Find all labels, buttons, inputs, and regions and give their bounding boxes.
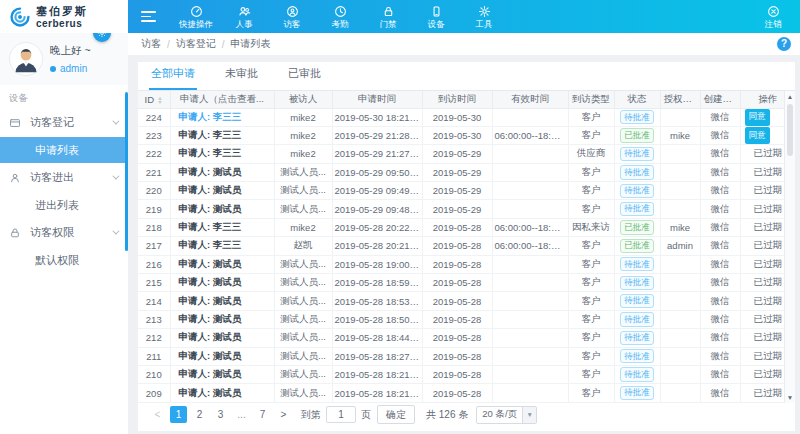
cell-id: 220	[138, 182, 170, 200]
cell-applicant[interactable]: 申请人: 测试员	[170, 182, 274, 200]
cell-id: 209	[138, 384, 170, 402]
column-header-6[interactable]: 有效时间	[492, 91, 568, 108]
avatar[interactable]	[9, 42, 43, 76]
cell-create-method: 微信	[700, 310, 740, 328]
column-header-5[interactable]: 到访时间	[422, 91, 492, 108]
nav-item-考勤[interactable]: 考勤	[316, 3, 364, 31]
scrollbar-thumb[interactable]	[787, 104, 793, 156]
applications-table: ID▲▼申请人（点击查看...被访人申请时间到访时间有效时间到访类型状态授权账户…	[138, 91, 795, 403]
nav-item-设备[interactable]: 设备	[412, 3, 460, 31]
sort-icon[interactable]: ▲▼	[157, 96, 163, 104]
column-header-10[interactable]: 创建方式	[700, 91, 740, 108]
column-header-4[interactable]: 申请时间	[332, 91, 422, 108]
cell-visitee: 测试人员...	[274, 365, 332, 383]
user-card: 晚上好 ~ admin	[0, 33, 128, 85]
cell-visitee: 测试人员...	[274, 182, 332, 200]
sidebar-item-访客进出[interactable]: 访客进出	[0, 163, 128, 192]
nav-item-快捷操作[interactable]: 快捷操作	[172, 3, 220, 31]
column-header-7[interactable]: 到访类型	[568, 91, 614, 108]
cell-applicant[interactable]: 申请人: 测试员	[170, 329, 274, 347]
current-user[interactable]: admin	[50, 63, 91, 74]
cell-id: 214	[138, 292, 170, 310]
scroll-up-icon[interactable]: ▲	[785, 93, 795, 100]
cell-status: 待批准	[614, 145, 660, 163]
cell-applicant[interactable]: 申请人: 测试员	[170, 163, 274, 181]
nav-item-访客[interactable]: 访客	[268, 3, 316, 31]
cell-status: 已批准	[614, 237, 660, 255]
page-button-7[interactable]: 7	[254, 406, 271, 423]
column-header-3[interactable]: 被访人	[274, 91, 332, 108]
cell-applicant[interactable]: 申请人: 测试员	[170, 200, 274, 218]
scroll-down-icon[interactable]: ▼	[785, 394, 795, 401]
nav-item-门禁[interactable]: 门禁	[364, 3, 412, 31]
cell-visit-time: 2019-05-30	[422, 126, 492, 144]
cell-applicant[interactable]: 申请人: 测试员	[170, 310, 274, 328]
confirm-button[interactable]: 确定	[377, 405, 415, 424]
tab-已审批[interactable]: 已审批	[286, 66, 323, 90]
cell-auth-account	[660, 384, 700, 402]
tab-全部申请[interactable]: 全部申请	[149, 66, 197, 90]
cell-valid-time	[492, 384, 568, 402]
cell-applicant[interactable]: 申请人: 李三三	[170, 108, 274, 126]
cell-status: 待批准	[614, 347, 660, 365]
breadcrumb-item-3: 申请列表	[231, 37, 271, 51]
column-header-1[interactable]: ID▲▼	[138, 91, 170, 108]
page-button-2[interactable]: 2	[191, 406, 208, 423]
cell-valid-time	[492, 310, 568, 328]
cell-id: 210	[138, 365, 170, 383]
cell-applicant[interactable]: 申请人: 测试员	[170, 255, 274, 273]
page-button-1[interactable]: 1	[170, 406, 187, 423]
column-header-2[interactable]: 申请人（点击查看...	[170, 91, 274, 108]
logout-button[interactable]: 注销	[753, 3, 793, 31]
help-icon[interactable]: ?	[777, 37, 791, 51]
table-row: 219申请人: 测试员测试人员...2019-05-29 09:48:57201…	[138, 200, 795, 218]
table-scrollbar[interactable]: ▲ ▼	[784, 91, 795, 403]
cell-applicant[interactable]: 申请人: 李三三	[170, 145, 274, 163]
next-page-button[interactable]: >	[275, 406, 292, 423]
cell-create-method: 微信	[700, 108, 740, 126]
nav-item-人事[interactable]: 人事	[220, 3, 268, 31]
gauge-icon	[190, 5, 203, 18]
cell-applicant[interactable]: 申请人: 测试员	[170, 274, 274, 292]
sidebar-subitem-申请列表[interactable]: 申请列表	[0, 137, 128, 163]
status-badge: 已批准	[620, 220, 654, 234]
brand-swirl-icon	[9, 6, 31, 28]
cell-applicant[interactable]: 申请人: 测试员	[170, 384, 274, 402]
table-row: 217申请人: 李三三赵凯2019-05-28 20:21:272019-05-…	[138, 237, 795, 255]
expired-label: 已过期	[754, 147, 783, 158]
sidebar-item-访客权限[interactable]: 访客权限	[0, 218, 128, 247]
status-badge: 待批准	[620, 294, 654, 308]
cell-applicant[interactable]: 申请人: 测试员	[170, 347, 274, 365]
prev-page-button[interactable]: <	[149, 406, 166, 423]
breadcrumb-item-1[interactable]: 访客	[141, 37, 161, 51]
page-button-3[interactable]: 3	[212, 406, 229, 423]
column-header-8[interactable]: 状态	[614, 91, 660, 108]
sidebar-scrollbar[interactable]	[125, 92, 128, 251]
expired-label: 已过期	[754, 221, 783, 232]
status-badge: 已批准	[620, 128, 654, 142]
sidebar-subitem-进出列表[interactable]: 进出列表	[0, 192, 128, 218]
nav-item-工具[interactable]: 工具	[460, 3, 508, 31]
top-header: 塞伯罗斯 cerberus 快捷操作人事访客考勤门禁设备工具 注销	[0, 0, 800, 33]
jump-page-input[interactable]	[326, 406, 356, 423]
cell-applicant[interactable]: 申请人: 测试员	[170, 292, 274, 310]
breadcrumb-item-2[interactable]: 访客登记	[176, 37, 216, 51]
page-size-select[interactable]: 20 条/页 ▼	[476, 406, 537, 424]
cell-visit-type: 客户	[568, 347, 614, 365]
cell-applicant[interactable]: 申请人: 测试员	[170, 365, 274, 383]
cell-applicant[interactable]: 申请人: 李三三	[170, 237, 274, 255]
sidebar-item-访客登记[interactable]: 访客登记	[0, 108, 128, 137]
sidebar-subitem-默认权限[interactable]: 默认权限	[0, 247, 128, 273]
cell-applicant[interactable]: 申请人: 李三三	[170, 126, 274, 144]
cell-create-method: 微信	[700, 255, 740, 273]
sidebar-toggle-icon[interactable]	[141, 11, 156, 22]
cell-visit-type: 客户	[568, 237, 614, 255]
cell-visit-time: 2019-05-29	[422, 163, 492, 181]
cell-auth-account	[660, 329, 700, 347]
column-header-9[interactable]: 授权账户	[660, 91, 700, 108]
approve-button[interactable]: 同意	[745, 109, 770, 126]
cell-applicant[interactable]: 申请人: 李三三	[170, 218, 274, 236]
tab-未审批[interactable]: 未审批	[223, 66, 260, 90]
approve-button[interactable]: 同意	[745, 127, 770, 144]
cell-visitee: 测试人员...	[274, 292, 332, 310]
